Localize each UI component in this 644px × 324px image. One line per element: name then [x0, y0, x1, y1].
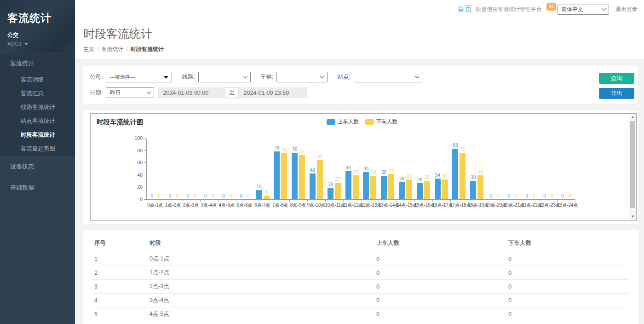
bar-group: 00: [504, 138, 522, 199]
bar-value-label: 83: [453, 143, 458, 148]
x-tick-label: 11点-12点: [343, 202, 361, 208]
sidebar-item-flow-summary[interactable]: 客流汇总: [0, 87, 75, 101]
legend-item[interactable]: 上车人数: [327, 118, 359, 125]
sidebar-item-station-flow-stats[interactable]: 站点客流统计: [0, 115, 75, 128]
bar-wrap: 44: [363, 138, 369, 199]
bar: [370, 176, 376, 199]
bar-wrap: 0: [167, 138, 173, 199]
x-tick-label: 17点-18点: [450, 202, 468, 208]
table-cell: 1: [92, 252, 147, 266]
bar-group: 7875: [272, 138, 290, 199]
table-row: 43点-4点00: [92, 294, 629, 307]
filter-panel: 公司: ---请选择--- 线路: 车辆: 站点:: [83, 66, 638, 104]
chart-scrollbar[interactable]: ▲ ▼: [629, 114, 636, 220]
welcome-text: 欢迎使用客流统计管理平台: [476, 6, 542, 13]
period-stats-table: 序号时段上车人数下车人数 10点-1点0021点-2点0032点-3点0043点…: [92, 236, 629, 324]
legend-item[interactable]: 下车人数: [365, 118, 397, 125]
bar-value-label: 0: [176, 194, 178, 198]
scrollbar-thumb[interactable]: [630, 121, 635, 208]
bar-value-label: 26: [417, 178, 422, 182]
bar-value-label: 39: [478, 170, 483, 174]
sidebar-item-flow-detail[interactable]: 客流明细: [0, 73, 75, 87]
bar-value-label: 0: [240, 194, 243, 198]
query-button[interactable]: 查询: [599, 73, 634, 84]
bar: [274, 151, 280, 199]
date-preset-select[interactable]: 昨日: [106, 87, 154, 98]
bar-wrap: 30: [424, 138, 430, 199]
logout-link[interactable]: 退出登录: [615, 6, 638, 13]
bar: [399, 182, 405, 199]
bar-wrap: 32: [442, 138, 448, 199]
sidebar-item-line-flow-stats[interactable]: 线路客流统计: [0, 101, 75, 115]
x-tick-label: 7点-8点: [271, 202, 289, 208]
table-column-header: 下车人数: [506, 236, 629, 252]
bar-value-label: 76: [292, 147, 297, 152]
x-tick-label: 12点-13点: [361, 202, 379, 208]
bar-group: 00: [200, 138, 218, 199]
table-cell: 0点-1点: [147, 252, 374, 266]
bar-value-label: 0: [543, 194, 546, 198]
table-cell: 0: [374, 266, 506, 280]
bar-group: 00: [218, 138, 236, 199]
bar-group: 8376: [450, 138, 468, 199]
station-select[interactable]: [354, 72, 422, 82]
line-select[interactable]: [198, 72, 251, 82]
vehicle-select[interactable]: [276, 72, 328, 82]
sidebar-item-flow-trend-chart[interactable]: 客流量趋势图: [0, 142, 75, 156]
sidebar-item-base-data[interactable]: 基础数据: [0, 177, 75, 198]
breadcrumb-separator: /: [126, 46, 127, 52]
table-cell: 5: [92, 307, 147, 321]
date-end-input[interactable]: 2024-01-09 23:59: [238, 87, 307, 98]
bar-value-label: 78: [274, 146, 279, 150]
scroll-down-icon[interactable]: ▼: [629, 215, 636, 219]
table-row: 10点-1点00: [92, 252, 629, 266]
sidebar-item-device-status[interactable]: 设备状态: [0, 156, 75, 177]
export-button[interactable]: 导出: [599, 88, 634, 99]
breadcrumb-link[interactable]: 客流统计: [101, 46, 123, 52]
sidebar-item-passenger-flow-stats[interactable]: 客流统计: [0, 54, 75, 73]
y-tick-label: 100: [134, 135, 143, 141]
table-cell: 2点-3点: [147, 280, 374, 294]
bar-wrap: 19: [328, 138, 334, 199]
breadcrumb-link[interactable]: 主页: [83, 46, 94, 52]
sidebar-item-period-flow-stats[interactable]: 时段客流统计: [0, 128, 75, 142]
filter-row-2: 日期: 昨日 2024-01-09 00:00 至 2024-01-09 23:…: [90, 87, 631, 98]
bar-wrap: 42: [310, 138, 316, 199]
bar-value-label: 28: [399, 177, 404, 181]
bar: [417, 183, 423, 199]
bar-group: 3841: [379, 138, 397, 199]
line-label: 线路:: [182, 73, 195, 81]
bar-wrap: 0: [228, 138, 234, 199]
bar-value-label: 44: [363, 167, 368, 171]
language-select[interactable]: 简体中文: [558, 5, 609, 15]
x-tick-label: 1点-2点: [164, 202, 182, 208]
legend-label: 上车人数: [338, 118, 359, 125]
bar-wrap: 72: [299, 138, 305, 199]
bar-value-label: 39: [353, 170, 358, 174]
bar-value-label: 0: [490, 194, 493, 198]
x-tick-label: 20点-21点: [504, 202, 522, 208]
table-row: 21点-2点00: [92, 266, 629, 280]
bar-wrap: 28: [399, 138, 405, 199]
scroll-up-icon[interactable]: ▲: [629, 116, 636, 119]
user-dropdown[interactable]: AQGJ: [7, 41, 69, 46]
bar-value-label: 0: [569, 194, 571, 198]
bar-group: 7672: [289, 138, 307, 199]
company-select[interactable]: ---请选择---: [106, 72, 172, 82]
bar: [317, 160, 323, 199]
chevron-down-icon: [320, 74, 325, 79]
home-link[interactable]: 首页: [457, 5, 472, 14]
table-column-header: 序号: [92, 236, 147, 252]
bar-value-label: 38: [371, 170, 376, 175]
bar-group: 00: [147, 138, 165, 199]
bar-wrap: 38: [381, 138, 387, 199]
bar-value-label: 0: [212, 194, 214, 198]
sidebar-header: 客流统计 公交 AQGJ: [0, 0, 75, 53]
legend-label: 下车人数: [376, 118, 397, 125]
bar-wrap: 26: [417, 138, 423, 199]
bar-value-label: 76: [460, 147, 465, 152]
date-start-input[interactable]: 2024-01-09 00:00: [158, 87, 225, 98]
bar-value-label: 0: [168, 194, 171, 198]
bar-wrap: 0: [531, 138, 537, 199]
bar-wrap: 41: [388, 138, 394, 199]
